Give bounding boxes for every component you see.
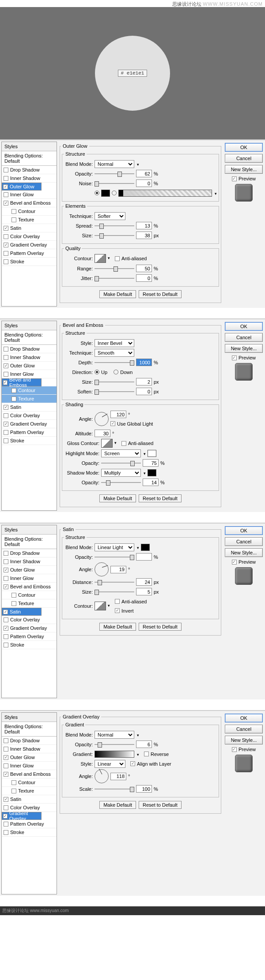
new-style-button[interactable]: New Style... [225,165,263,174]
range-value[interactable] [136,265,152,272]
scale-slider[interactable] [95,789,134,789]
noise-value[interactable] [136,180,152,187]
angle-value[interactable] [110,411,126,418]
styles-header[interactable]: Styles [2,142,57,151]
style-select[interactable]: Linear [95,760,125,768]
blend-mode-select[interactable]: Normal [95,160,134,168]
distance-slider[interactable] [95,582,134,583]
preview-check[interactable] [232,176,237,181]
reset-default-button[interactable]: Reset to Default [139,623,182,631]
new-style-button[interactable]: New Style... [225,736,263,744]
noise-slider[interactable] [95,183,134,184]
jitter-value[interactable] [136,274,152,282]
opacity-value[interactable] [136,741,152,748]
make-default-button[interactable]: Make Default [99,290,136,298]
make-default-button[interactable]: Make Default [99,801,136,809]
reset-default-button[interactable]: Reset to Default [139,290,182,298]
technique-select[interactable]: Smooth [95,349,134,357]
angle-value[interactable] [110,773,126,780]
size-slider[interactable] [95,235,134,236]
angle-dial[interactable] [95,562,109,576]
sidebar-item-satin[interactable]: Satin [2,224,57,232]
sidebar-item-inner-shadow[interactable]: Inner Shadow [2,174,57,183]
depth-slider[interactable] [95,362,134,363]
spread-slider[interactable] [95,225,134,226]
size-value[interactable] [136,588,152,595]
new-style-button[interactable]: New Style... [225,344,263,353]
contour-picker[interactable] [95,602,106,610]
ok-button[interactable]: OK [225,526,263,535]
size-value[interactable] [136,232,152,239]
contour-picker[interactable] [95,254,106,263]
highlight-mode-select[interactable]: Screen [101,449,141,457]
sidebar-item-bevel[interactable]: Bevel and Emboss [2,378,42,386]
soften-value[interactable] [136,388,152,395]
angle-dial[interactable] [95,412,109,426]
invert-check[interactable] [115,608,120,613]
sidebar-item-outer-glow[interactable]: Outer Glow [2,183,42,191]
angle-dial[interactable] [95,769,109,783]
sidebar-item-color-overlay[interactable]: Color Overlay [2,232,57,241]
technique-select[interactable]: Softer [95,212,125,220]
sidebar-item-texture[interactable]: Texture [2,216,57,224]
opacity-slider[interactable] [95,557,134,557]
ok-button[interactable]: OK [225,322,263,331]
gloss-contour-picker[interactable] [101,439,113,448]
altitude-value[interactable] [95,430,110,437]
preview-check[interactable] [232,747,237,752]
sidebar-item-bevel[interactable]: Bevel and Emboss [2,199,57,207]
anti-alias-check[interactable] [115,599,120,604]
sidebar-item-inner-glow[interactable]: Inner Glow [2,191,57,199]
size-value[interactable] [136,378,152,385]
scale-value[interactable] [136,785,152,793]
dir-up-radio[interactable] [95,370,99,374]
satin-color[interactable] [141,544,150,551]
cancel-button[interactable]: Cancel [225,154,263,163]
sidebar-item-pattern-overlay[interactable]: Pattern Overlay [2,249,57,258]
reset-default-button[interactable]: Reset to Default [139,494,182,502]
jitter-slider[interactable] [95,278,134,279]
cancel-button[interactable]: Cancel [225,333,263,342]
soften-slider[interactable] [95,391,134,392]
preview-check[interactable] [232,355,237,360]
range-slider[interactable] [95,268,134,269]
blending-options[interactable]: Blending Options: Default [2,151,57,166]
spread-value[interactable] [136,222,152,229]
opacity-value[interactable] [136,170,152,177]
sidebar-item-drop-shadow[interactable]: Drop Shadow [2,166,57,174]
angle-value[interactable] [110,566,126,573]
align-check[interactable] [130,761,135,766]
preview-check[interactable] [232,560,237,565]
shadow-color[interactable] [148,469,156,476]
size-slider[interactable] [95,382,134,382]
ok-button[interactable]: OK [225,714,263,722]
gradient-picker[interactable] [95,751,134,758]
make-default-button[interactable]: Make Default [99,623,136,631]
anti-alias-check[interactable] [121,441,126,446]
global-light-check[interactable] [110,421,115,426]
style-select[interactable]: Inner Bevel [95,339,134,347]
blend-mode-select[interactable]: Normal [95,731,134,739]
opacity-slider[interactable] [95,744,134,745]
make-default-button[interactable]: Make Default [99,494,136,502]
depth-value[interactable] [136,359,152,366]
sidebar-item-gradient-overlay[interactable]: Gradient Overlay [2,812,42,820]
anti-alias-check[interactable] [115,256,120,261]
cancel-button[interactable]: Cancel [225,537,263,546]
hl-opacity-value[interactable] [143,459,159,467]
dir-down-radio[interactable] [114,370,118,374]
sidebar-item-stroke[interactable]: Stroke [2,258,57,266]
opacity-slider[interactable] [95,173,134,174]
opacity-value[interactable] [136,553,152,561]
shadow-mode-select[interactable]: Multiply [101,469,141,477]
sh-opacity-value[interactable] [143,479,159,486]
blend-mode-select[interactable]: Linear Light [95,543,134,551]
cancel-button[interactable]: Cancel [225,725,263,733]
color-radio[interactable] [95,191,99,195]
distance-value[interactable] [136,578,152,586]
sidebar-item-contour[interactable]: Contour [2,207,57,216]
reset-default-button[interactable]: Reset to Default [139,801,182,809]
sh-opacity-slider[interactable] [101,482,141,483]
gradient-radio[interactable] [112,191,117,195]
color-swatch[interactable] [101,190,110,197]
